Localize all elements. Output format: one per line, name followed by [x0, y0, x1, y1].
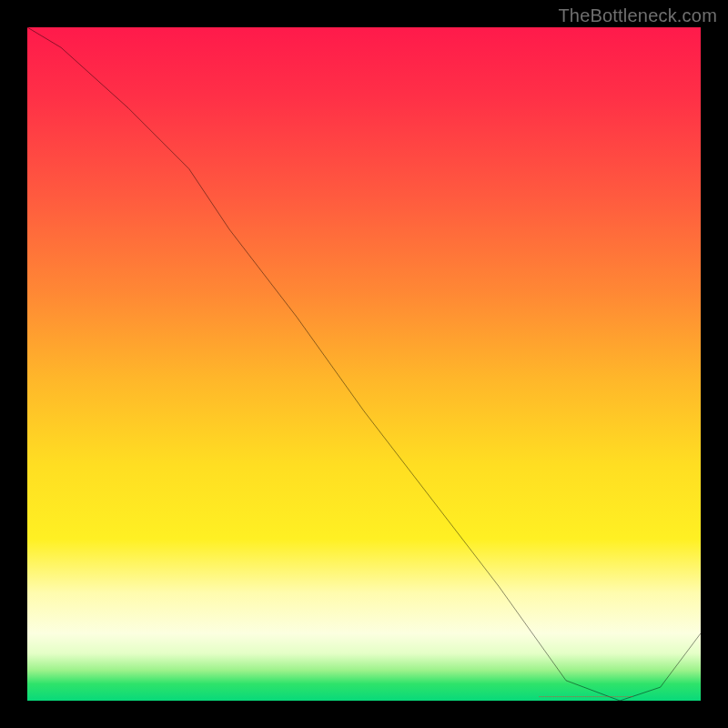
watermark-label: TheBottleneck.com: [558, 5, 717, 26]
chart-curve: [27, 27, 701, 701]
chart-plot-area: [27, 27, 701, 701]
